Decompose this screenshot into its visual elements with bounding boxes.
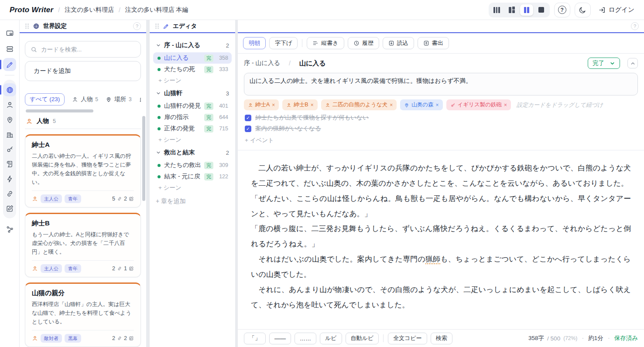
document-stats: 358字 / 500 (72%) ・ 約1分 ・ 保存済み (528, 334, 638, 342)
rail-item-editor[interactable] (3, 58, 16, 71)
layout-sidebar-button[interactable] (505, 4, 518, 16)
filter-organizations-chip[interactable]: 組織 (139, 95, 141, 103)
card-title: 紳士B (32, 219, 134, 228)
layout-single-pane-button[interactable] (535, 4, 548, 16)
horizontal-scrollbar[interactable] (25, 109, 141, 112)
history-button[interactable]: 履歴 (348, 37, 379, 49)
key-icon (6, 145, 14, 153)
editor-panel-title: エディタ (173, 22, 197, 30)
chapter-header[interactable]: 救出と結末 2 (153, 146, 232, 160)
checked-checkbox[interactable]: ✓ (245, 115, 251, 121)
add-scene-button[interactable]: + シーン (153, 182, 232, 194)
breadcrumb-document[interactable]: 注文の多い料理店 本編 (125, 6, 188, 14)
scrollbar-thumb[interactable] (26, 109, 93, 112)
auto-ruby-button[interactable]: 自動ルビ (346, 333, 379, 344)
rail-item-projects[interactable] (3, 27, 16, 40)
editor-panel-header: エディタ (150, 20, 235, 33)
import-button[interactable]: 読込 (383, 37, 414, 49)
chevron-down-icon (156, 150, 161, 155)
checked-checkbox[interactable]: ✓ (245, 126, 251, 132)
linked-card-tag[interactable]: 山奥の森 × (400, 99, 442, 110)
scene-item[interactable]: 正体の発覚 完 715 (153, 123, 232, 134)
insert-ellipsis-button[interactable]: …… (295, 333, 316, 344)
login-button[interactable]: ログイン (599, 6, 634, 14)
button-label: 縦書き (321, 39, 338, 47)
add-chapter-button[interactable]: + 章を追加 (153, 194, 232, 209)
done-badge: 完 (204, 125, 213, 133)
drag-handle-icon[interactable] (155, 23, 159, 29)
layout-three-columns-button[interactable] (490, 4, 504, 16)
rail-item-graph[interactable] (3, 223, 16, 236)
remove-tag-icon[interactable]: × (311, 102, 314, 108)
panel-help-icon[interactable]: ? (133, 22, 141, 30)
manuscript-paragraph: 二人の若い紳士が、すっかりイギリスの兵隊のかたちをして、ぴかぴかする鉄砲をかつい… (251, 161, 631, 191)
help-button[interactable]: ? (554, 3, 570, 17)
rail-item-boards[interactable] (3, 42, 16, 55)
remove-tag-icon[interactable]: × (390, 102, 393, 108)
vertical-writing-button[interactable]: 縦書き (307, 37, 344, 49)
scene-item[interactable]: 扉の指示 完 644 (153, 112, 232, 123)
layout-two-columns-button[interactable] (520, 4, 533, 16)
chapter-header[interactable]: 序 - 山に入る 2 (153, 38, 232, 52)
remove-tag-icon[interactable]: × (504, 102, 507, 108)
filter-places-chip[interactable]: 場所 3 (106, 95, 132, 103)
vertical-scrollbar-thumb[interactable] (142, 116, 145, 201)
scene-item[interactable]: 犬たちの救出 完 309 (153, 160, 232, 171)
rail-item-characters[interactable] (3, 98, 16, 111)
scene-item[interactable]: 結末 - 元に戻らな… 完 122 (153, 171, 232, 182)
font-mincho-button[interactable]: 明朝 (243, 37, 266, 49)
breadcrumb-project[interactable]: 注文の多い料理店 (65, 6, 114, 14)
add-card-button[interactable]: カードを追加 (25, 61, 141, 81)
remove-tag-icon[interactable]: × (272, 102, 275, 108)
scene-item[interactable]: 山に入る 完 358 (153, 52, 232, 64)
rail-item-world[interactable] (3, 83, 16, 96)
character-card[interactable]: 山猫の親分 西洋料理店「山猫軒」の主人。実は巨大な山猫で、紳士たちを料理して食べ… (25, 282, 141, 347)
ruby-button[interactable]: ルビ (320, 333, 342, 344)
rail-item-organizations[interactable] (3, 128, 16, 141)
card-description: 西洋料理店「山猫軒」の主人。実は巨大な山猫で、紳士たちを料理して食べようとしてい… (32, 300, 134, 326)
rail-item-places[interactable] (3, 113, 16, 126)
search-button[interactable]: 検索 (431, 333, 452, 344)
filter-all-chip[interactable]: すべて (23) (25, 93, 65, 105)
tag-label: イギリス製の鉄砲 (458, 101, 502, 109)
scene-item[interactable]: 犬たちの死 完 333 (153, 64, 232, 75)
scene-item[interactable]: 山猫軒の発見 完 401 (153, 100, 232, 112)
rail-item-relations[interactable] (3, 187, 16, 200)
status-dot (158, 68, 161, 71)
rail-item-lore[interactable] (3, 157, 16, 170)
done-badge: 完 (204, 66, 213, 73)
linked-card-tag[interactable]: 二匹の白熊のような犬 × (321, 99, 397, 110)
character-card[interactable]: 紳士B もう一人の紳士。Aと同様に狩猟好きで虚栄心が強い。犬の損害を「二千八百円… (25, 213, 141, 277)
add-event-button[interactable]: + イベント (238, 133, 644, 150)
collapse-meta-button[interactable] (627, 58, 638, 68)
rail-item-events[interactable] (3, 172, 16, 185)
linked-term[interactable]: 猟師 (425, 255, 440, 264)
panel-help-icon[interactable]: ? (631, 22, 639, 30)
insert-dash-button[interactable]: —— (269, 333, 291, 344)
linked-card-tag[interactable]: イギリス製の鉄砲 × (446, 99, 511, 110)
manuscript-text-area[interactable]: 二人の若い紳士が、すっかりイギリスの兵隊のかたちをして、ぴかぴかする鉄砲をかつい… (238, 150, 644, 329)
remove-tag-icon[interactable]: × (436, 102, 439, 108)
scene-status-select[interactable]: 完了 (588, 58, 620, 69)
insert-brackets-button[interactable]: 「」 (244, 333, 266, 344)
dark-mode-button[interactable] (575, 3, 591, 17)
card-search-input[interactable] (41, 46, 135, 53)
filter-characters-chip[interactable]: 人物 5 (72, 95, 98, 103)
section-label: 人物 (37, 117, 49, 125)
indent-button[interactable]: 字下げ (269, 37, 298, 49)
linked-card-tag[interactable]: 紳士B × (282, 99, 317, 110)
scene-summary-input[interactable]: 山に入る二人の紳士。犬を連れイギリス風の装備で狩猟に。獲物はおらず不満。 (244, 73, 638, 95)
breadcrumb-chapter[interactable]: 序 - 山に入る (244, 59, 280, 67)
character-card[interactable]: 紳士A 二人の若い紳士の一人。イギリス風の狩猟装備に身を包み、獲物を撃つことに夢… (25, 134, 141, 208)
pencil-icon (6, 61, 14, 69)
rail-item-notes[interactable] (3, 202, 16, 215)
role-tag: 主人公 (41, 264, 62, 273)
rail-item-items[interactable] (3, 143, 16, 156)
linked-card-tag[interactable]: 紳士A × (244, 99, 279, 110)
chapter-header[interactable]: 山猫軒 3 (153, 86, 232, 100)
export-button[interactable]: 書出 (418, 37, 449, 49)
drag-handle-icon[interactable] (25, 23, 29, 29)
add-scene-button[interactable]: + シーン (153, 134, 232, 146)
add-scene-button[interactable]: + シーン (153, 75, 232, 86)
copy-all-button[interactable]: 全文コピー (388, 333, 427, 344)
